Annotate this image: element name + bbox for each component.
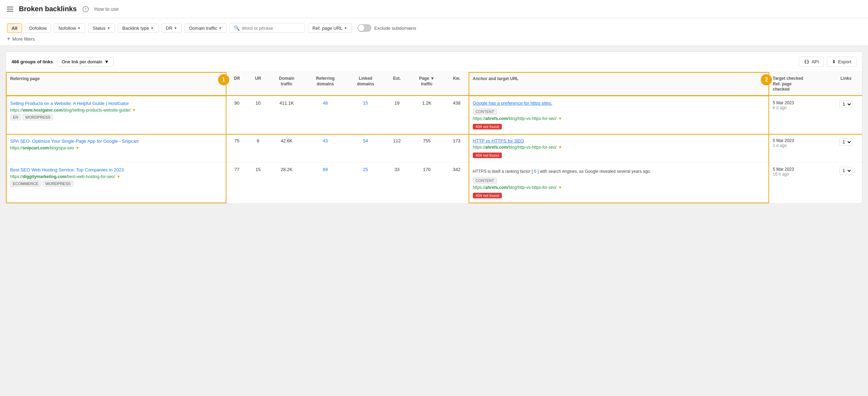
cell-ext: 33 bbox=[385, 163, 409, 203]
hamburger-menu[interactable] bbox=[7, 7, 13, 12]
chevron-icon: ▼ bbox=[77, 26, 81, 30]
filter-dr[interactable]: DR ▼ bbox=[161, 23, 182, 33]
url-dropdown-arrow[interactable]: ▼ bbox=[75, 146, 80, 150]
cell-referring-domains[interactable]: 48 bbox=[305, 96, 346, 134]
checked-ago: 1 d ago bbox=[773, 143, 826, 148]
cell-domain-traffic: 411.1K bbox=[269, 96, 305, 134]
cell-links: 1 bbox=[830, 96, 862, 134]
exclude-subdomains-label: Exclude subdomains bbox=[374, 26, 416, 31]
domain-selector[interactable]: One link per domain ▼ bbox=[57, 57, 113, 66]
filter-all[interactable]: All bbox=[7, 23, 22, 33]
cell-ext: 112 bbox=[385, 134, 409, 163]
search-icon: 🔍 bbox=[234, 25, 240, 31]
how-to-use-link[interactable]: How to use bbox=[94, 6, 119, 12]
cell-kw: 342 bbox=[445, 163, 469, 203]
th-referring-domains: Referringdomains bbox=[305, 72, 346, 96]
more-filters[interactable]: + More filters bbox=[7, 36, 861, 42]
page-url: https://snipcart.com/blog/spa-seo ▼ bbox=[10, 146, 222, 150]
cell-target-checked: 5 Mar 20236 d ago bbox=[769, 96, 830, 134]
search-box: 🔍 bbox=[229, 23, 305, 33]
cell-referring-page: SPA SEO: Optimize Your Single-Page App f… bbox=[6, 134, 226, 163]
page-url-link[interactable]: https://snipcart.com/blog/spa-seo bbox=[10, 146, 74, 150]
th-anchor-target: Anchor and target URL 2 bbox=[469, 72, 769, 96]
page-wrapper: Broken backlinks ? How to use All Dofoll… bbox=[0, 0, 868, 396]
page-url-link[interactable]: https://diggitymarketing.com/best-web-ho… bbox=[10, 174, 115, 179]
url-dropdown-arrow[interactable]: ▼ bbox=[116, 174, 121, 179]
exclude-subdomains-toggle[interactable] bbox=[357, 24, 371, 32]
cell-ext: 19 bbox=[385, 96, 409, 134]
status-badge-404: 404 not found bbox=[473, 193, 502, 198]
search-input[interactable] bbox=[242, 26, 301, 31]
anchor-url: https://ahrefs.com/blog/http-vs-https-fo… bbox=[473, 145, 765, 150]
anchor-url: https://ahrefs.com/blog/http-vs-https-fo… bbox=[473, 116, 765, 121]
anchor-tag: CONTENT bbox=[473, 177, 497, 184]
filter-ref-page-url[interactable]: Ref. page URL ▼ bbox=[308, 23, 352, 33]
filter-backlink-type[interactable]: Backlink type ▼ bbox=[118, 23, 159, 33]
url-dropdown-arrow[interactable]: ▼ bbox=[132, 108, 136, 113]
cell-linked-domains[interactable]: 25 bbox=[346, 163, 385, 203]
th-links: Links bbox=[830, 72, 862, 96]
data-table: Referring page 1 DR UR Domaintraffic Ref… bbox=[6, 72, 862, 203]
th-dr: DR bbox=[226, 72, 248, 96]
anchor-url-dropdown[interactable]: ▼ bbox=[558, 185, 562, 190]
badge-1: 1 bbox=[218, 74, 229, 85]
page-url-link[interactable]: https://www.hostgator.com/blog/selling-p… bbox=[10, 108, 130, 113]
cell-page-traffic: 755 bbox=[409, 134, 445, 163]
links-select[interactable]: 1 bbox=[839, 100, 852, 108]
checked-ago: 6 d ago bbox=[773, 105, 826, 110]
header: Broken backlinks ? How to use bbox=[0, 0, 868, 18]
chevron-icon: ▼ bbox=[107, 26, 110, 30]
filter-domain-traffic[interactable]: Domain traffic ▼ bbox=[185, 23, 226, 33]
th-ext: Ext. bbox=[385, 72, 409, 96]
status-badge-404: 404 not found bbox=[473, 124, 502, 129]
page-title-link[interactable]: SPA SEO: Optimize Your Single-Page App f… bbox=[10, 139, 139, 144]
cell-anchor: HTTPS is itself a ranking factor [ 6 ] w… bbox=[469, 163, 769, 203]
table-row: Selling Products on a Website: A Helpful… bbox=[6, 96, 862, 134]
api-button[interactable]: {} API bbox=[799, 57, 824, 67]
th-page-traffic: Page ▼ traffic bbox=[409, 72, 445, 96]
anchor-url-link[interactable]: https://ahrefs.com/blog/http-vs-https-fo… bbox=[473, 145, 557, 150]
page-title-link[interactable]: Best SEO Web Hosting Service: Top Compan… bbox=[10, 167, 124, 172]
groups-count: 466 groups of links bbox=[12, 59, 53, 64]
cell-linked-domains[interactable]: 54 bbox=[346, 134, 385, 163]
export-icon: ⬇ bbox=[832, 59, 836, 64]
api-icon: {} bbox=[804, 59, 810, 64]
anchor-url-dropdown[interactable]: ▼ bbox=[558, 145, 562, 150]
help-icon[interactable]: ? bbox=[82, 6, 89, 12]
anchor-url-link[interactable]: https://ahrefs.com/blog/http-vs-https-fo… bbox=[473, 185, 557, 190]
anchor-title-link[interactable]: Google has a preference for https sites. bbox=[473, 100, 552, 106]
anchor-tag: CONTENT bbox=[473, 108, 497, 115]
chevron-icon: ▼ bbox=[104, 59, 109, 64]
anchor-url: https://ahrefs.com/blog/http-vs-https-fo… bbox=[473, 185, 765, 190]
export-button[interactable]: ⬇ Export bbox=[827, 57, 856, 67]
table-container: 466 groups of links One link per domain … bbox=[6, 51, 862, 204]
cell-linked-domains[interactable]: 15 bbox=[346, 96, 385, 134]
th-domain-traffic: Domaintraffic bbox=[269, 72, 305, 96]
tag: EN bbox=[10, 114, 21, 120]
filter-status[interactable]: Status ▼ bbox=[88, 23, 115, 33]
cell-referring-domains[interactable]: 43 bbox=[305, 134, 346, 163]
tag: WORDPRESS bbox=[43, 181, 73, 187]
filter-row: All Dofollow Nofollow ▼ Status ▼ Backlin… bbox=[7, 23, 861, 33]
cell-anchor: Google has a preference for https sites.… bbox=[469, 96, 769, 134]
links-select[interactable]: 1 bbox=[839, 167, 852, 175]
anchor-url-link[interactable]: https://ahrefs.com/blog/http-vs-https-fo… bbox=[473, 116, 557, 121]
links-select[interactable]: 1 bbox=[839, 138, 852, 146]
cell-referring-domains[interactable]: 89 bbox=[305, 163, 346, 203]
filter-dofollow[interactable]: Dofollow bbox=[25, 23, 51, 33]
tag: ECOMMERCE bbox=[10, 181, 41, 187]
anchor-url-dropdown[interactable]: ▼ bbox=[558, 116, 562, 121]
page-title-link[interactable]: Selling Products on a Website: A Helpful… bbox=[10, 101, 129, 106]
th-kw: Kw. bbox=[445, 72, 469, 96]
filter-nofollow[interactable]: Nofollow ▼ bbox=[54, 23, 85, 33]
chevron-icon: ▼ bbox=[151, 26, 154, 30]
th-referring-page: Referring page 1 bbox=[6, 72, 226, 96]
status-badge-404: 404 not found bbox=[473, 153, 502, 158]
checked-date: 5 Mar 2023 bbox=[773, 167, 826, 172]
anchor-context-link[interactable]: 6 bbox=[534, 169, 536, 174]
cell-target-checked: 5 Mar 20231 d ago bbox=[769, 134, 830, 163]
anchor-title-link[interactable]: HTTP vs HTTPS for SEO bbox=[473, 138, 524, 143]
tag: WORDPRESS bbox=[22, 114, 53, 120]
table-body: Selling Products on a Website: A Helpful… bbox=[6, 96, 862, 203]
toolbar-right: {} API ⬇ Export bbox=[799, 57, 856, 67]
